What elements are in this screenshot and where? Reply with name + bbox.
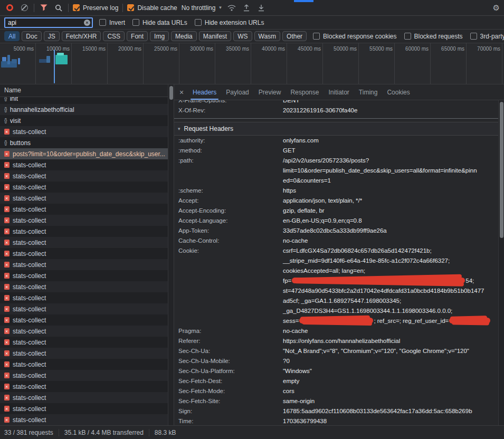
request-row[interactable]: stats-collect: [0, 248, 174, 259]
clear-button[interactable]: [19, 2, 30, 14]
throttling-dropdown[interactable]: No throttling ▼: [182, 4, 223, 12]
request-row[interactable]: stats-collect: [0, 182, 174, 193]
request-row[interactable]: stats-collect: [0, 414, 174, 425]
filter-chip-css[interactable]: CSS: [103, 31, 125, 41]
request-row[interactable]: stats-collect: [0, 259, 174, 270]
request-row[interactable]: stats-collect: [0, 270, 174, 281]
request-row[interactable]: {}buttons: [0, 137, 174, 148]
request-name: stats-collect: [13, 416, 166, 424]
filter-checkboxes: InvertHide data URLsHide extension URLs: [99, 19, 264, 26]
request-row[interactable]: stats-collect: [0, 215, 174, 226]
filter-chip-wasm[interactable]: Wasm: [254, 31, 281, 41]
filter-chip-ws[interactable]: WS: [233, 31, 252, 41]
tab-timing[interactable]: Timing: [354, 84, 383, 100]
details-scrollbar: [498, 100, 504, 425]
name-column-header[interactable]: Name: [0, 84, 174, 97]
request-row[interactable]: stats-collect: [0, 359, 174, 370]
disable-cache-checkbox[interactable]: Disable cache: [127, 4, 177, 12]
request-row[interactable]: stats-collect: [0, 292, 174, 303]
tab-initiator[interactable]: Initiator: [324, 84, 354, 100]
request-row[interactable]: stats-collect: [0, 193, 174, 204]
settings-gear-icon[interactable]: ⚙: [493, 4, 500, 12]
filter-chip-js[interactable]: JS: [44, 31, 60, 41]
header-name: X-Of-Rev:: [178, 106, 283, 116]
header-value: https: [283, 186, 498, 196]
3rd-party-requests-checkbox[interactable]: 3rd-party requests: [470, 33, 504, 40]
tab-response[interactable]: Response: [286, 84, 324, 100]
tab-payload[interactable]: Payload: [221, 84, 253, 100]
hide-extension-urls-checkbox[interactable]: Hide extension URLs: [195, 19, 264, 26]
error-icon: [4, 240, 9, 245]
list-scrollbar-thumb[interactable]: [169, 86, 173, 100]
request-row[interactable]: stats-collect: [0, 159, 174, 170]
blocked-requests-checkbox[interactable]: Blocked requests: [404, 33, 463, 40]
request-headers-section[interactable]: ▾ Request Headers: [174, 122, 498, 136]
request-row[interactable]: {}visit: [0, 115, 174, 126]
request-row[interactable]: stats-collect: [0, 226, 174, 237]
request-row[interactable]: stats-collect: [0, 204, 174, 215]
filter-chip-font[interactable]: Font: [127, 31, 148, 41]
filter-chip-all[interactable]: All: [4, 31, 20, 41]
status-bar: 33 / 381 requests 35.1 kB / 4.4 MB trans…: [0, 425, 504, 439]
network-conditions-button[interactable]: [226, 2, 237, 14]
request-name: stats-collect: [13, 206, 166, 213]
filter-input[interactable]: [8, 19, 84, 26]
header-value: ?0: [283, 356, 498, 366]
import-har-button[interactable]: [241, 2, 252, 14]
request-row[interactable]: stats-collect: [0, 314, 174, 326]
tab-cookies[interactable]: Cookies: [382, 84, 414, 100]
clear-filter-icon[interactable]: ×: [84, 20, 90, 26]
request-row[interactable]: stats-collect: [0, 170, 174, 182]
request-row[interactable]: stats-collect: [0, 281, 174, 292]
tab-preview[interactable]: Preview: [254, 84, 286, 100]
request-name: stats-collect: [13, 195, 166, 202]
filter-chip-img[interactable]: Img: [150, 31, 169, 41]
request-row[interactable]: stats-collect: [0, 381, 174, 392]
invert-checkbox[interactable]: Invert: [99, 19, 125, 26]
filter-toggle-button[interactable]: [39, 2, 49, 14]
blocked-response-cookies-checkbox[interactable]: Blocked response cookies: [313, 33, 396, 40]
header-row: App-Token:33d57ade8c02dbc5a333db99ff9ae2…: [174, 226, 498, 236]
record-button[interactable]: [4, 2, 15, 14]
error-icon: [4, 129, 9, 135]
timeline-overview[interactable]: 5000 ms10000 ms15000 ms20000 ms25000 ms3…: [0, 43, 504, 84]
request-row[interactable]: stats-collect: [0, 237, 174, 248]
filter-chip-doc[interactable]: Doc: [22, 31, 41, 41]
header-row: :scheme:https: [174, 186, 498, 196]
request-row[interactable]: stats-collect: [0, 392, 174, 403]
request-name: stats-collect: [13, 306, 166, 313]
hide-data-urls-checkbox[interactable]: Hide data URLs: [132, 19, 187, 26]
request-row[interactable]: stats-collect: [0, 348, 174, 359]
request-row[interactable]: stats-collect: [0, 126, 174, 137]
section-title: Request Headers: [184, 125, 233, 132]
request-row[interactable]: {}hannahelizabethofficial: [0, 104, 174, 115]
request-row[interactable]: stats-collect: [0, 370, 174, 381]
request-row[interactable]: stats-collect: [0, 337, 174, 348]
header-name: :scheme:: [178, 186, 283, 196]
error-icon: [4, 228, 9, 234]
request-name: stats-collect: [13, 184, 166, 191]
close-details-button[interactable]: ×: [175, 84, 188, 100]
header-name: Sec-Fetch-Mode:: [178, 386, 283, 396]
request-row[interactable]: {}init: [0, 97, 174, 104]
preserve-log-checkbox[interactable]: Preserve log: [73, 4, 118, 12]
export-har-button[interactable]: [256, 2, 267, 14]
checkbox-checked-icon: [73, 4, 80, 11]
tab-headers[interactable]: Headers: [188, 84, 221, 100]
filter-chip-fetch-xhr[interactable]: Fetch/XHR: [62, 31, 101, 41]
filter-chip-other[interactable]: Other: [282, 31, 307, 41]
error-icon: [4, 350, 9, 356]
header-name: :path:: [178, 156, 283, 186]
request-row[interactable]: stats-collect: [0, 326, 174, 337]
filter-chip-media[interactable]: Media: [171, 31, 197, 41]
error-icon: [4, 295, 9, 301]
header-value: same-origin: [283, 396, 498, 406]
details-scrollbar-thumb[interactable]: [500, 102, 503, 238]
request-row[interactable]: stats-collect: [0, 303, 174, 314]
request-row[interactable]: stats-collect: [0, 403, 174, 414]
request-row[interactable]: posts?limit=10&order=publish_date_desc&s…: [0, 148, 174, 159]
error-icon: [4, 173, 9, 179]
search-button[interactable]: [53, 2, 64, 14]
header-row: :authority:onlyfans.com: [174, 136, 498, 146]
filter-chip-manifest[interactable]: Manifest: [199, 31, 231, 41]
